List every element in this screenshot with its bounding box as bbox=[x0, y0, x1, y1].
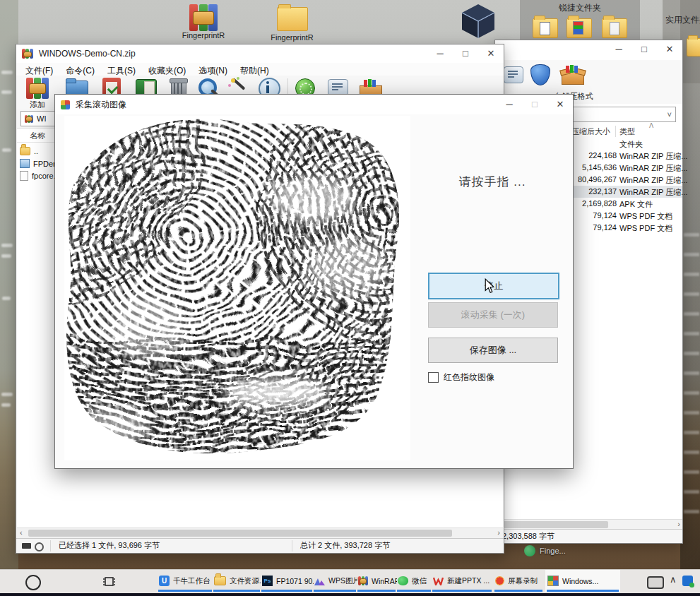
minimize-icon[interactable]: ─ bbox=[606, 40, 631, 59]
desktop-icon-label: FingerprintR bbox=[168, 31, 239, 40]
taskbar-item-wps-image[interactable]: WPS图片 bbox=[312, 570, 357, 592]
group-folder-icon[interactable] bbox=[687, 38, 700, 56]
taskbar-item-label: 屏幕录制 bbox=[508, 576, 538, 586]
scrollbar-thumb[interactable] bbox=[28, 530, 452, 537]
cell-type: APK 文件 bbox=[619, 199, 653, 210]
mouse-cursor bbox=[483, 278, 496, 294]
red-fingerprint-checkbox[interactable]: 红色指纹图像 bbox=[428, 371, 494, 383]
comment-icon[interactable] bbox=[501, 64, 525, 87]
winrar-titlebar[interactable]: WINDOWS-Demo-CN.zip ─ □ ✕ bbox=[16, 44, 504, 63]
desktop-folder-group: 锐捷文件夹 bbox=[520, 0, 640, 44]
desktop-text-fragment bbox=[1, 403, 11, 407]
screen-bottom-strip bbox=[0, 593, 700, 596]
taskbar-item-label: FP1071 90... bbox=[276, 577, 314, 585]
checkbox-box[interactable] bbox=[428, 372, 439, 383]
cortana-button[interactable] bbox=[25, 575, 41, 590]
dialog-titlebar[interactable]: 采集滚动图像 ─ □ ✕ bbox=[55, 95, 573, 114]
exe-icon bbox=[20, 159, 30, 168]
horizontal-scrollbar[interactable]: ‹ › bbox=[17, 528, 503, 539]
close-icon[interactable]: ✕ bbox=[478, 44, 504, 63]
close-icon[interactable]: ✕ bbox=[657, 40, 682, 59]
cell-type: WPS PDF 文档 bbox=[619, 223, 672, 234]
wps-w-icon bbox=[433, 577, 444, 585]
desktop-icon-zip[interactable]: FingerprintR ... bbox=[168, 4, 239, 48]
maximize-icon: □ bbox=[522, 95, 547, 114]
cell-type: WinRAR ZIP 压缩... bbox=[619, 163, 687, 174]
desktop-text-fragment bbox=[2, 297, 11, 300]
desktop-text-fragment bbox=[1, 244, 13, 247]
dialog-title: 采集滚动图像 bbox=[76, 99, 126, 111]
column-divider[interactable] bbox=[615, 126, 616, 137]
taskbar-item-wechat[interactable]: 微信 bbox=[396, 570, 432, 592]
dialog-app-icon bbox=[61, 100, 70, 109]
desktop-text-fragment bbox=[1, 393, 13, 396]
column-header-name[interactable]: 名称 bbox=[30, 131, 45, 141]
maximize-icon[interactable]: □ bbox=[453, 44, 478, 63]
taskbar-item-photoshop[interactable]: Ps FP1071 90... bbox=[260, 570, 314, 592]
column-header-type[interactable]: 类型 bbox=[619, 126, 635, 137]
cell-type: WinRAR ZIP 压缩... bbox=[619, 175, 687, 186]
taskbar-item-pptx[interactable]: 新建PPTX ... bbox=[431, 570, 493, 592]
desktop-text-fragment bbox=[1, 71, 13, 74]
winrar-statusbar: 已经选择 1 文件, 93,696 字节 总计 2 文件, 393,728 字节 bbox=[16, 538, 504, 553]
qianniu-icon: U bbox=[159, 576, 170, 586]
cube-app-icon[interactable] bbox=[459, 3, 497, 40]
tray-expand-icon[interactable]: ∧ bbox=[670, 574, 677, 585]
sort-indicator-icon: ᐱ bbox=[649, 122, 653, 129]
folder-group-title: 锐捷文件夹 bbox=[520, 0, 640, 14]
scroll-right-icon[interactable]: › bbox=[677, 520, 680, 528]
winrar-app-icon bbox=[22, 49, 33, 59]
wechat-icon bbox=[398, 576, 408, 585]
taskbar-item-label: 微信 bbox=[412, 576, 427, 586]
group-folder-icon[interactable] bbox=[566, 18, 592, 38]
desktop-icon-folder[interactable]: FingerprintR bbox=[259, 7, 326, 42]
group-folder-icon[interactable] bbox=[533, 18, 558, 38]
minimize-icon[interactable]: ─ bbox=[427, 44, 453, 63]
desktop-icon-label: Finge... bbox=[540, 547, 566, 555]
save-image-button[interactable]: 保存图像 ... bbox=[428, 338, 558, 363]
winrar-archive-icon bbox=[189, 4, 218, 31]
column-header-size[interactable]: 压缩后大小 bbox=[571, 126, 610, 137]
desktop-icon-green-app[interactable]: Finge... bbox=[524, 545, 566, 556]
taskbar-item-qianniu[interactable]: U 千牛工作台 bbox=[157, 570, 213, 592]
desktop-text-column bbox=[684, 233, 699, 530]
right-window-titlebar[interactable]: ─ □ ✕ bbox=[495, 40, 682, 59]
winrar-mini-icon bbox=[25, 115, 33, 123]
tray-device-icon[interactable] bbox=[647, 576, 664, 589]
maximize-icon[interactable]: □ bbox=[631, 40, 657, 59]
horizontal-scrollbar[interactable]: › bbox=[495, 519, 682, 530]
shield-icon[interactable] bbox=[528, 63, 552, 85]
tray-app-icon[interactable] bbox=[682, 576, 693, 586]
taskbar-item-screen-record[interactable]: 屏幕录制 bbox=[493, 570, 544, 592]
scroll-left-icon[interactable]: ‹ bbox=[20, 528, 23, 537]
key-icon bbox=[35, 542, 44, 552]
group-folder-icon[interactable] bbox=[602, 18, 627, 38]
folder-icon bbox=[277, 7, 308, 31]
fingerprint-image bbox=[64, 116, 410, 460]
explorer-icon bbox=[214, 576, 226, 585]
record-icon bbox=[495, 576, 504, 585]
scroll-right-icon[interactable]: › bbox=[497, 528, 500, 537]
minimize-icon[interactable]: ─ bbox=[497, 95, 522, 114]
cell-type: 文件夹 bbox=[619, 139, 643, 150]
close-icon[interactable]: ✕ bbox=[547, 95, 573, 114]
task-view-icon[interactable] bbox=[103, 576, 115, 587]
desktop-text-fragment bbox=[1, 254, 11, 258]
sfx-box-icon[interactable] bbox=[560, 63, 584, 85]
add-archive-icon[interactable] bbox=[26, 78, 49, 99]
folder-up-icon bbox=[20, 147, 30, 155]
list-item[interactable]: .. bbox=[20, 147, 38, 155]
chevron-down-icon[interactable]: ˅ bbox=[668, 107, 672, 121]
scroll-capture-button: 滚动采集 (一次) bbox=[428, 302, 558, 328]
scrollbar-thumb[interactable] bbox=[502, 521, 608, 528]
checkbox-label: 红色指纹图像 bbox=[444, 371, 494, 383]
green-app-icon bbox=[524, 545, 535, 556]
taskbar-item-winrar[interactable]: WinRAR bbox=[356, 570, 397, 592]
wps-image-icon bbox=[314, 576, 325, 585]
address-text: WI bbox=[37, 114, 46, 123]
taskbar-item-windows-active[interactable]: Windows... bbox=[545, 570, 620, 592]
taskbar-item-explorer[interactable]: 文件资源... bbox=[212, 570, 261, 592]
taskbar-item-label: WPS图片 bbox=[328, 576, 357, 586]
desktop-icon-label: FingerprintR bbox=[259, 33, 326, 42]
prompt-text: 请按手指 ... bbox=[428, 174, 557, 190]
